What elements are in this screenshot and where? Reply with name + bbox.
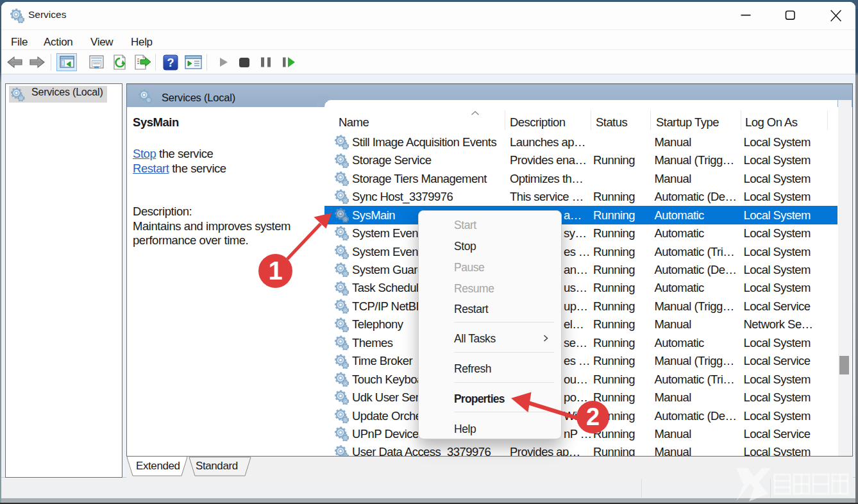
svg-text:?: ?: [167, 56, 174, 69]
